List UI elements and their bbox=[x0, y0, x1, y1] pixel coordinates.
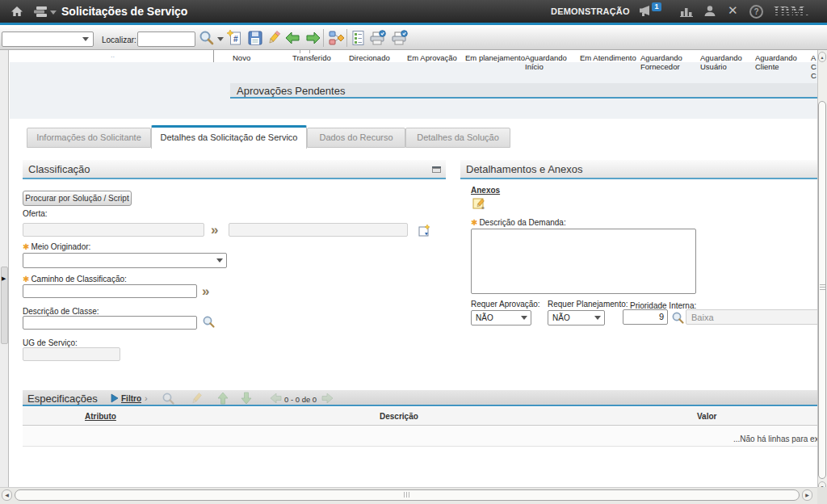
ibm-logo: IBM. bbox=[774, 4, 810, 21]
status-step: Aguardando Usuário bbox=[700, 53, 742, 71]
tab-dados-do-recurso[interactable]: Dados do Recurso bbox=[307, 128, 405, 148]
empty-table-message: ...Não há linhas para exibir... bbox=[733, 435, 827, 443]
details-section-header: Detalhamentos e Anexos bbox=[460, 160, 817, 179]
horizontal-scrollbar-thumb[interactable] bbox=[15, 489, 800, 501]
service-ug-label: UG de Serviço: bbox=[23, 338, 78, 347]
status-step: Novo bbox=[233, 53, 250, 62]
print-icon[interactable] bbox=[369, 30, 387, 46]
home-icon[interactable] bbox=[10, 6, 23, 17]
status-separator bbox=[213, 50, 214, 62]
announcements-icon[interactable] bbox=[638, 5, 653, 18]
status-step: Em Atendimento bbox=[580, 53, 636, 62]
offer-description-input bbox=[229, 223, 408, 237]
origin-label: ✱Meio Originador: bbox=[23, 242, 90, 251]
required-icon: ✱ bbox=[23, 242, 29, 251]
classification-title: Classificação bbox=[28, 163, 90, 175]
new-record-icon[interactable]: # bbox=[227, 30, 243, 46]
next-page-icon[interactable] bbox=[321, 393, 334, 404]
search-solution-button[interactable]: Procurar por Solução / Script bbox=[23, 191, 132, 206]
class-description-input[interactable] bbox=[23, 316, 197, 330]
origin-select-arrow-icon bbox=[216, 258, 223, 262]
tab-detalhes-da-solucao[interactable]: Detalhes da Solução bbox=[405, 128, 510, 148]
classification-path-label: ✱Caminho de Classificação: bbox=[23, 275, 127, 284]
vertical-scrollbar-thumb[interactable] bbox=[818, 101, 826, 479]
current-status-bar: Aprovações Pendentes bbox=[230, 83, 817, 99]
status-step: Transferido bbox=[292, 53, 331, 62]
scroll-left-icon[interactable]: ◀ bbox=[2, 489, 12, 501]
internal-priority-input[interactable]: 9 bbox=[623, 309, 668, 325]
search-icon[interactable] bbox=[199, 30, 215, 46]
toolbar-separator bbox=[346, 29, 347, 47]
attachments-link[interactable]: Anexos bbox=[471, 186, 500, 195]
filter-expand-icon[interactable] bbox=[111, 393, 119, 403]
specifications-section-header bbox=[23, 390, 817, 406]
approval-select-arrow-icon bbox=[521, 316, 527, 320]
offer-detail-menu-icon[interactable] bbox=[418, 224, 431, 237]
previous-page-icon[interactable] bbox=[270, 393, 282, 404]
status-step: Em planejamento bbox=[465, 53, 525, 62]
planning-select-arrow-icon bbox=[594, 316, 601, 320]
details-title: Detalhamentos e Anexos bbox=[466, 163, 583, 175]
origin-select[interactable] bbox=[23, 253, 227, 268]
find-input[interactable] bbox=[137, 32, 195, 47]
requires-planning-label: Requer Planejamento: bbox=[548, 300, 628, 309]
demand-description-label: ✱Descrição da Demanda: bbox=[471, 218, 566, 227]
reports-chart-icon[interactable] bbox=[680, 6, 695, 17]
edit-rows-icon[interactable] bbox=[189, 392, 204, 405]
go-to-apps-icon[interactable] bbox=[34, 6, 48, 17]
report-icon[interactable] bbox=[351, 30, 367, 46]
priority-lookup-icon[interactable] bbox=[671, 311, 685, 325]
priority-description-input: Baixa bbox=[686, 309, 823, 325]
previous-record-icon[interactable] bbox=[284, 30, 300, 46]
offer-detail-chevrons-icon[interactable]: » bbox=[211, 224, 218, 236]
classification-path-chevrons-icon[interactable]: » bbox=[202, 285, 209, 297]
status-step: Direcionado bbox=[349, 53, 390, 62]
offer-input bbox=[23, 223, 204, 237]
classification-section-header: Classificação bbox=[23, 160, 446, 179]
query-select[interactable] bbox=[2, 32, 94, 47]
column-header-descricao: Descrição bbox=[380, 412, 418, 421]
expand-panel-icon[interactable]: ▶ bbox=[2, 275, 6, 282]
classification-path-input[interactable] bbox=[23, 284, 197, 298]
profile-icon[interactable] bbox=[703, 5, 716, 17]
scroll-up-icon[interactable]: ▲ bbox=[818, 52, 826, 62]
print-options-icon[interactable] bbox=[391, 30, 409, 46]
workflow-route-icon[interactable] bbox=[328, 30, 346, 46]
find-label: Localizar: bbox=[102, 36, 136, 44]
attachments-icon[interactable]: » bbox=[472, 197, 487, 211]
tab-detalhes-da-solicitacao[interactable]: Detalhes da Solicitação de Servico bbox=[151, 125, 307, 149]
tab-informacoes-do-solicitante[interactable]: Informações do Solicitante bbox=[27, 128, 151, 148]
filter-link[interactable]: Filtro bbox=[121, 394, 141, 403]
search-rows-icon[interactable] bbox=[162, 392, 175, 405]
status-step: Aguardando Cliente bbox=[755, 53, 797, 71]
toolbar-separator bbox=[323, 29, 324, 47]
specifications-title: Especificações bbox=[27, 393, 98, 405]
demand-description-textarea[interactable] bbox=[471, 229, 696, 294]
page-title: Solicitações de Serviço bbox=[61, 5, 187, 18]
required-icon: ✱ bbox=[23, 275, 29, 284]
notification-badge: 1 bbox=[652, 2, 661, 11]
help-icon[interactable]: ? bbox=[749, 5, 763, 19]
minimize-section-icon[interactable] bbox=[432, 166, 441, 173]
save-icon[interactable] bbox=[247, 30, 263, 46]
search-options-caret-icon[interactable] bbox=[217, 37, 224, 41]
clear-changes-icon[interactable] bbox=[265, 30, 283, 46]
query-select-arrow-icon bbox=[82, 37, 89, 41]
class-lookup-icon[interactable] bbox=[202, 315, 216, 329]
column-header-atributo[interactable]: Atributo bbox=[85, 412, 116, 421]
scroll-right-icon[interactable]: ▶ bbox=[802, 489, 812, 501]
next-record-icon[interactable] bbox=[305, 30, 321, 46]
artifact-dots: .. bbox=[111, 51, 115, 59]
title-bar: Solicitações de Serviço DEMONSTRAÇÃO 1 ✕… bbox=[0, 0, 827, 23]
next-row-icon[interactable] bbox=[240, 392, 253, 405]
requires-approval-label: Requer Aprovação: bbox=[471, 300, 540, 309]
logout-icon[interactable]: ✕ bbox=[728, 3, 738, 18]
svg-text:#: # bbox=[233, 35, 238, 44]
scrollbar-corner bbox=[817, 487, 827, 504]
previous-row-icon[interactable] bbox=[216, 392, 229, 405]
filter-chevron-icon: › bbox=[145, 393, 148, 403]
pagination-label: 0 - 0 de 0 bbox=[284, 395, 317, 404]
svg-text:»: » bbox=[481, 205, 485, 211]
required-icon: ✱ bbox=[471, 218, 477, 227]
application-window: Solicitações de Serviço DEMONSTRAÇÃO 1 ✕… bbox=[0, 0, 827, 504]
